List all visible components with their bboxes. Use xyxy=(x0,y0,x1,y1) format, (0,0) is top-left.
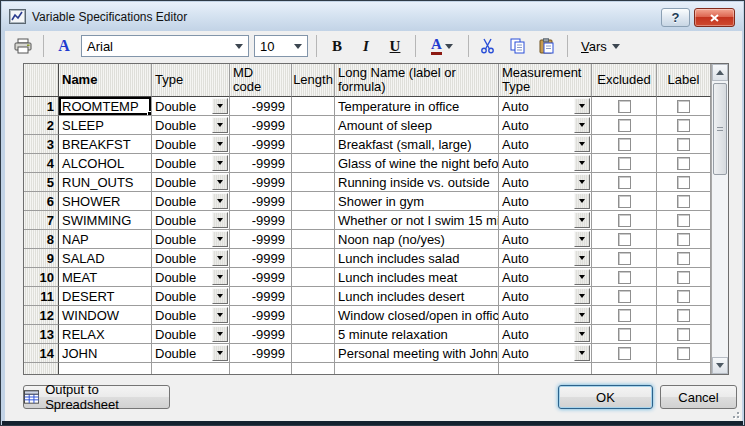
name-cell[interactable]: ALCOHOL xyxy=(59,154,152,173)
column-header-measurement_type[interactable]: Measurement Type xyxy=(499,64,592,97)
name-cell[interactable]: SLEEP xyxy=(59,116,152,135)
name-cell[interactable]: JOHN xyxy=(59,344,152,363)
row-header-12[interactable]: 12 xyxy=(24,306,59,325)
measurement-type-dropdown-button[interactable] xyxy=(574,250,590,266)
underline-button[interactable]: U xyxy=(383,34,407,58)
excluded-checkbox[interactable] xyxy=(618,271,631,284)
type-cell[interactable]: Double xyxy=(152,344,230,363)
label-checkbox[interactable] xyxy=(677,195,690,208)
measurement-type-cell[interactable]: Auto xyxy=(499,268,592,287)
length-cell[interactable] xyxy=(292,230,335,249)
measurement-type-cell[interactable]: Auto xyxy=(499,173,592,192)
type-cell[interactable]: Double xyxy=(152,306,230,325)
italic-button[interactable]: I xyxy=(354,34,378,58)
label-checkbox[interactable] xyxy=(677,214,690,227)
label-checkbox[interactable] xyxy=(677,290,690,303)
length-cell[interactable] xyxy=(292,249,335,268)
measurement-type-cell[interactable]: Auto xyxy=(499,344,592,363)
excluded-checkbox[interactable] xyxy=(618,233,631,246)
type-cell[interactable]: Double xyxy=(152,287,230,306)
output-to-spreadsheet-button[interactable]: Output to Spreadsheet xyxy=(23,385,170,409)
label-checkbox[interactable] xyxy=(677,233,690,246)
type-dropdown-button[interactable] xyxy=(212,326,228,342)
type-dropdown-button[interactable] xyxy=(212,288,228,304)
font-name-combobox[interactable]: Arial xyxy=(81,35,249,57)
type-dropdown-button[interactable] xyxy=(212,98,228,114)
type-cell[interactable]: Double xyxy=(152,116,230,135)
row-header-11[interactable]: 11 xyxy=(24,287,59,306)
scrollbar-thumb[interactable] xyxy=(713,83,727,175)
measurement-type-dropdown-button[interactable] xyxy=(574,288,590,304)
cancel-button[interactable]: Cancel xyxy=(660,385,737,409)
long-name-cell[interactable]: Window closed/open in office xyxy=(335,306,499,325)
long-name-cell[interactable]: Lunch includes meat xyxy=(335,268,499,287)
paste-button[interactable] xyxy=(535,34,559,58)
measurement-type-dropdown-button[interactable] xyxy=(574,345,590,361)
type-cell[interactable]: Double xyxy=(152,325,230,344)
length-cell[interactable] xyxy=(292,173,335,192)
row-header-2[interactable]: 2 xyxy=(24,116,59,135)
md-code-cell[interactable]: -9999 xyxy=(230,325,292,344)
name-cell[interactable]: ROOMTEMP xyxy=(59,97,152,116)
chevron-down-icon[interactable] xyxy=(231,37,247,55)
md-code-cell[interactable]: -9999 xyxy=(230,344,292,363)
type-dropdown-button[interactable] xyxy=(212,345,228,361)
name-cell[interactable]: SHOWER xyxy=(59,192,152,211)
measurement-type-cell[interactable]: Auto xyxy=(499,211,592,230)
excluded-checkbox[interactable] xyxy=(618,328,631,341)
long-name-cell[interactable]: Breakfast (small, large) xyxy=(335,135,499,154)
row-header-8[interactable]: 8 xyxy=(24,230,59,249)
label-checkbox[interactable] xyxy=(677,271,690,284)
ok-button[interactable]: OK xyxy=(558,385,653,409)
type-cell[interactable]: Double xyxy=(152,192,230,211)
length-cell[interactable] xyxy=(292,287,335,306)
close-button[interactable] xyxy=(694,8,735,27)
row-header-9[interactable]: 9 xyxy=(24,249,59,268)
row-header-1[interactable]: 1 xyxy=(24,97,59,116)
length-cell[interactable] xyxy=(292,268,335,287)
measurement-type-dropdown-button[interactable] xyxy=(574,155,590,171)
type-cell[interactable]: Double xyxy=(152,173,230,192)
resize-grip[interactable] xyxy=(727,406,739,418)
label-checkbox[interactable] xyxy=(677,328,690,341)
long-name-cell[interactable]: Shower in gym xyxy=(335,192,499,211)
long-name-cell[interactable]: Noon nap (no/yes) xyxy=(335,230,499,249)
long-name-cell[interactable]: Lunch includes salad xyxy=(335,249,499,268)
name-cell[interactable]: BREAKFST xyxy=(59,135,152,154)
row-header-7[interactable]: 7 xyxy=(24,211,59,230)
vertical-scrollbar[interactable] xyxy=(711,64,728,374)
label-checkbox[interactable] xyxy=(677,252,690,265)
row-header-4[interactable]: 4 xyxy=(24,154,59,173)
type-dropdown-button[interactable] xyxy=(212,155,228,171)
measurement-type-cell[interactable]: Auto xyxy=(499,306,592,325)
md-code-cell[interactable]: -9999 xyxy=(230,287,292,306)
measurement-type-dropdown-button[interactable] xyxy=(574,269,590,285)
label-checkbox[interactable] xyxy=(677,347,690,360)
column-header-type[interactable]: Type xyxy=(152,64,230,97)
measurement-type-dropdown-button[interactable] xyxy=(574,231,590,247)
name-cell[interactable]: SALAD xyxy=(59,249,152,268)
column-header-excluded[interactable]: Excluded xyxy=(592,64,657,97)
copy-button[interactable] xyxy=(506,34,530,58)
length-cell[interactable] xyxy=(292,306,335,325)
row-header-13[interactable]: 13 xyxy=(24,325,59,344)
column-header-md_code[interactable]: MD code xyxy=(230,64,292,97)
type-cell[interactable]: Double xyxy=(152,249,230,268)
label-checkbox[interactable] xyxy=(677,119,690,132)
row-header-10[interactable]: 10 xyxy=(24,268,59,287)
md-code-cell[interactable]: -9999 xyxy=(230,230,292,249)
type-dropdown-button[interactable] xyxy=(212,250,228,266)
measurement-type-dropdown-button[interactable] xyxy=(574,98,590,114)
length-cell[interactable] xyxy=(292,97,335,116)
excluded-checkbox[interactable] xyxy=(618,195,631,208)
type-cell[interactable]: Double xyxy=(152,230,230,249)
excluded-checkbox[interactable] xyxy=(618,309,631,322)
column-header-name[interactable]: Name xyxy=(59,64,152,97)
md-code-cell[interactable]: -9999 xyxy=(230,116,292,135)
row-header-6[interactable]: 6 xyxy=(24,192,59,211)
name-cell[interactable]: RELAX xyxy=(59,325,152,344)
measurement-type-cell[interactable]: Auto xyxy=(499,97,592,116)
length-cell[interactable] xyxy=(292,154,335,173)
excluded-checkbox[interactable] xyxy=(618,214,631,227)
measurement-type-cell[interactable]: Auto xyxy=(499,154,592,173)
